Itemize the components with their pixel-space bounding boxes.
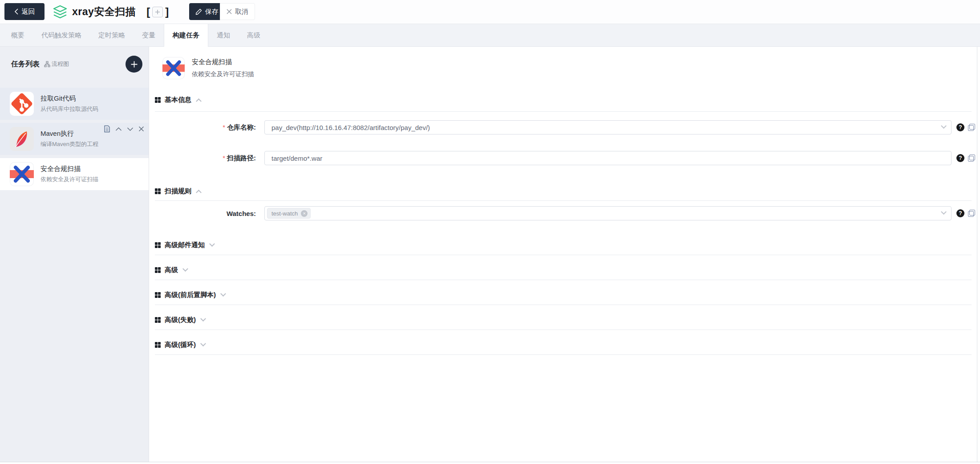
section-advanced[interactable]: 高级: [155, 264, 977, 276]
divider: [155, 330, 972, 330]
task-header: 安全合规扫描 依赖安全及许可证扫描: [150, 47, 977, 79]
tabbar: 概要 代码触发策略 定时策略 变量 构建任务 通知 高级: [0, 24, 980, 47]
bracket-left: [: [146, 6, 150, 18]
copy-task-icon[interactable]: [104, 125, 110, 133]
back-button[interactable]: 返回: [4, 3, 45, 20]
chevron-up-icon: [196, 189, 202, 195]
task-desc: 依赖安全及许可证扫描: [40, 175, 98, 183]
chevron-down-icon: [200, 316, 206, 322]
task-list-header: 任务列表 流程图: [0, 47, 149, 81]
help-icon[interactable]: ?: [956, 123, 964, 131]
watches-select[interactable]: test-watch ×: [264, 206, 952, 220]
page-title: xray安全扫描: [72, 5, 136, 19]
tab-build-tasks[interactable]: 构建任务: [164, 24, 208, 46]
scan-path-row: *扫描路径: ?: [150, 151, 977, 165]
task-header-subtitle: 依赖安全及许可证扫描: [192, 70, 254, 78]
section-advanced-mail[interactable]: 高级邮件通知: [155, 239, 977, 251]
flowchart-link[interactable]: 流程图: [44, 60, 69, 68]
xray-icon: [10, 162, 34, 186]
repo-name-row: *仓库名称: pay_dev(http://10.16.16.47:8082/a…: [150, 120, 977, 134]
watches-row: Watches: test-watch × ?: [150, 206, 977, 220]
section-title: 高级: [165, 266, 178, 274]
chevron-down-icon: [182, 266, 188, 272]
section-advanced-scripts[interactable]: 高级(前后置脚本): [155, 289, 977, 301]
tab-overview[interactable]: 概要: [3, 24, 33, 46]
repo-name-select[interactable]: pay_dev(http://10.16.16.47:8082/artifact…: [264, 120, 952, 134]
task-title: 拉取Git代码: [40, 94, 98, 103]
title-bracket-group: [ ]: [146, 6, 169, 18]
chevron-down-icon: [941, 123, 947, 129]
required-marker: *: [223, 123, 225, 131]
add-in-title-button[interactable]: [152, 7, 163, 17]
bracket-right: ]: [165, 6, 169, 18]
remove-tag-icon[interactable]: ×: [301, 210, 308, 217]
tab-notification[interactable]: 通知: [208, 24, 239, 46]
section-grid-icon: [155, 242, 161, 248]
task-list-title: 任务列表: [11, 60, 40, 69]
watches-label: Watches:: [150, 210, 256, 217]
section-scan-rules[interactable]: 扫描规则: [155, 185, 977, 197]
plus-icon: [130, 61, 138, 68]
section-grid-icon: [155, 317, 161, 323]
repo-name-value: pay_dev(http://10.16.16.47:8082/artifact…: [265, 124, 430, 131]
required-marker: *: [223, 154, 225, 162]
section-advanced-failure[interactable]: 高级(失败): [155, 313, 977, 326]
chevron-down-icon: [200, 341, 206, 346]
task-config-panel: 安全合规扫描 依赖安全及许可证扫描 基本信息 *仓库名称: pay_dev(ht…: [150, 47, 977, 462]
panel-bottom-edge: [0, 462, 980, 462]
tab-variables[interactable]: 变量: [134, 24, 164, 46]
close-icon: [227, 9, 232, 14]
cancel-button[interactable]: 取消: [220, 3, 255, 20]
scan-path-input[interactable]: [264, 151, 952, 165]
divider: [155, 255, 972, 255]
task-actions: [104, 125, 144, 133]
git-icon: [10, 92, 34, 116]
xray-icon: [162, 57, 185, 79]
help-icon[interactable]: ?: [956, 154, 964, 162]
section-grid-icon: [155, 292, 161, 298]
section-advanced-loop[interactable]: 高级(循环): [155, 338, 977, 351]
add-task-button[interactable]: [126, 56, 142, 73]
move-down-icon[interactable]: [127, 127, 134, 131]
chevron-up-icon: [196, 98, 202, 104]
copy-icon[interactable]: [968, 210, 975, 217]
section-basic-info[interactable]: 基本信息: [155, 94, 977, 106]
watch-tag-label: test-watch: [271, 210, 298, 217]
section-grid-icon: [155, 267, 161, 273]
task-title: Maven执行: [40, 130, 98, 138]
app-window: 返回 xray安全扫描 [ ]: [0, 0, 980, 464]
divider: [155, 200, 972, 201]
task-item-xray-scan[interactable]: 安全合规扫描 依赖安全及许可证扫描: [0, 158, 149, 190]
chevron-down-icon: [209, 241, 215, 247]
section-title: 高级(失败): [165, 316, 196, 324]
section-title: 高级(前后置脚本): [165, 291, 216, 299]
section-grid-icon: [155, 342, 161, 348]
task-item-maven[interactable]: Maven执行 编译Maven类型的工程: [0, 123, 149, 155]
save-button[interactable]: 保存: [189, 3, 225, 20]
help-icon[interactable]: ?: [956, 209, 964, 217]
section-grid-icon: [155, 188, 161, 194]
divider: [155, 305, 972, 305]
watch-tag: test-watch ×: [267, 208, 311, 219]
tab-advanced[interactable]: 高级: [239, 24, 269, 46]
copy-icon[interactable]: [968, 155, 975, 162]
maven-icon: [10, 127, 34, 151]
section-grid-icon: [155, 97, 161, 103]
section-title: 基本信息: [165, 96, 191, 104]
task-item-git-pull[interactable]: 拉取Git代码 从代码库中拉取源代码: [0, 88, 149, 120]
section-title: 扫描规则: [165, 187, 191, 195]
divider: [155, 280, 972, 280]
task-title: 安全合规扫描: [40, 165, 98, 173]
task-desc: 编译Maven类型的工程: [40, 140, 98, 148]
task-header-title: 安全合规扫描: [192, 58, 254, 66]
tab-code-trigger-policy[interactable]: 代码触发策略: [33, 24, 90, 46]
move-up-icon[interactable]: [115, 127, 122, 131]
delete-task-icon[interactable]: [138, 126, 144, 132]
pen-icon: [195, 8, 202, 15]
tab-schedule-policy[interactable]: 定时策略: [90, 24, 134, 46]
copy-icon[interactable]: [968, 124, 975, 131]
chevron-down-icon: [220, 291, 226, 297]
cancel-button-label: 取消: [235, 8, 248, 16]
flowchart-label: 流程图: [52, 60, 69, 68]
save-button-label: 保存: [205, 8, 219, 16]
